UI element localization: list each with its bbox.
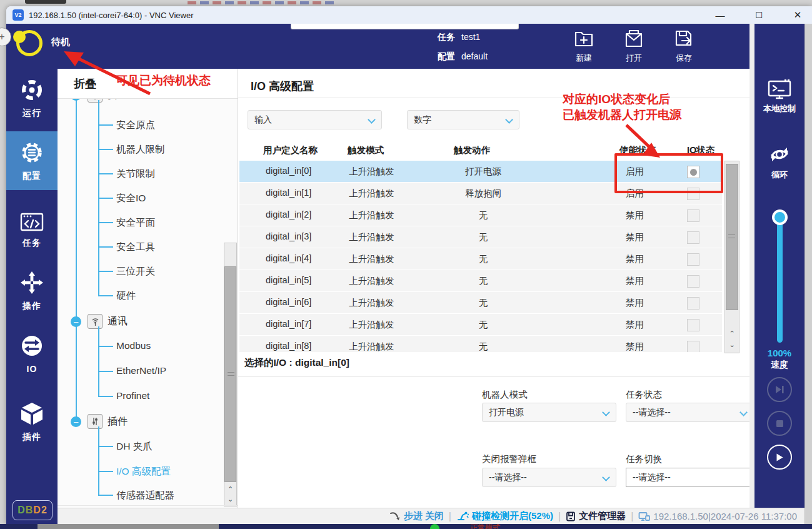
maximize-button[interactable]: ☐: [746, 8, 771, 23]
window-cut-edge: [804, 24, 812, 524]
minimize-button[interactable]: —: [708, 8, 733, 23]
step-mode-toggle[interactable]: 步进 关闭: [389, 510, 444, 522]
table-row[interactable]: digital_in[3]上升沿触发无禁用: [239, 226, 722, 248]
move-arrows-icon: [19, 270, 44, 298]
table-cell: digital_in[8]: [266, 341, 311, 351]
table-scrollbar[interactable]: ⌃ ⌄: [724, 161, 739, 353]
play-button[interactable]: [767, 445, 792, 470]
robot-status-label: 待机: [51, 36, 70, 48]
open-button[interactable]: 打开: [614, 29, 654, 65]
tree-item-modbus[interactable]: Modbus: [116, 340, 151, 351]
tree-item--[interactable]: 机器人限制: [116, 143, 165, 156]
table-cell: 禁用: [626, 341, 644, 352]
io-state-indicator[interactable]: [687, 341, 699, 352]
selected-io-label: 选择的I/O : digital_in[0]: [244, 356, 349, 370]
dbd2-badge[interactable]: DBD2: [13, 500, 53, 520]
vnc-toolbar-tab[interactable]: [291, 24, 519, 29]
sidebar-item-io[interactable]: IO: [6, 324, 58, 383]
robot-mode-select[interactable]: 打开电源: [482, 403, 616, 422]
right-sidebar: 本地控制 循环 100% 速度: [754, 24, 804, 508]
task-state-select[interactable]: --请选择--: [626, 403, 754, 422]
collapse-node-icon[interactable]: –: [71, 316, 81, 327]
table-cell: 无: [446, 275, 521, 287]
tree-item--[interactable]: 传感器适配器: [116, 489, 174, 502]
form-field-value: --请选择--: [633, 407, 671, 418]
dbd2-badge-letter: D: [33, 505, 41, 516]
new-button[interactable]: 新建: [564, 29, 604, 65]
table-cell: 上升沿触发: [349, 341, 394, 352]
skip-icon: [774, 385, 784, 394]
tree-scrollbar[interactable]: ⌃ ⌄: [224, 243, 237, 506]
chevron-down-icon: [368, 116, 376, 124]
table-row[interactable]: digital_in[2]上升沿触发无禁用: [239, 204, 722, 226]
tree-item--[interactable]: 三位开关: [116, 265, 155, 278]
speed-slider-thumb[interactable]: [772, 209, 788, 225]
io-state-indicator[interactable]: [687, 209, 699, 222]
local-control-button[interactable]: 本地控制: [754, 79, 804, 114]
tree-scrollbar-thumb[interactable]: [224, 266, 236, 482]
connection-info-icon: [638, 511, 653, 521]
tree-item--[interactable]: 关节限制: [116, 168, 155, 181]
table-cell: digital_in[0]: [266, 166, 311, 176]
tree-item--[interactable]: 硬件: [116, 290, 136, 303]
sidebar-item-run[interactable]: 运行: [6, 69, 58, 128]
table-cell: 禁用: [626, 275, 644, 287]
tree-item-i-o-[interactable]: I/O 高级配置: [116, 465, 171, 478]
titlebar[interactable]: V2 192.168.1.50 (intel-corei7-64:0) - VN…: [6, 6, 812, 24]
close-alarm-select[interactable]: --请选择--: [482, 468, 616, 487]
tree-scroll-up-icon[interactable]: ⌃: [224, 485, 236, 493]
io-state-indicator[interactable]: [687, 231, 699, 244]
io-direction-select[interactable]: 输入: [248, 110, 382, 129]
cycle-button[interactable]: 循环: [754, 143, 804, 181]
io-state-indicator[interactable]: [687, 297, 699, 310]
tree-item--[interactable]: 安全平面: [116, 216, 155, 229]
stop-icon: [776, 420, 784, 428]
tree-item--[interactable]: 安全工具: [116, 241, 155, 254]
table-scroll-up-icon[interactable]: ⌃: [725, 329, 739, 338]
toolbar-button-label: 保存: [676, 53, 692, 64]
annotation-arrow-standby: [63, 49, 156, 98]
table-row[interactable]: digital_in[5]上升沿触发无禁用: [239, 270, 722, 291]
file-manager[interactable]: 文件管理器: [566, 510, 626, 522]
table-row[interactable]: digital_in[7]上升沿触发无禁用: [239, 314, 722, 335]
close-button[interactable]: ✕: [785, 8, 810, 23]
gear-icon: [19, 140, 44, 168]
table-cell: 上升沿触发: [349, 231, 394, 243]
io-type-select[interactable]: 数字: [407, 110, 519, 129]
collision-detection[interactable]: 碰撞检测开启(52%): [456, 510, 553, 522]
skip-button[interactable]: [767, 377, 792, 402]
sidebar-item-config[interactable]: 配置: [6, 131, 58, 190]
table-cell: 禁用: [626, 209, 644, 221]
io-state-indicator[interactable]: [687, 319, 699, 331]
stop-button[interactable]: [767, 411, 792, 436]
task-switch-input[interactable]: --请选择--: [626, 468, 754, 487]
table-scroll-down-icon[interactable]: ⌄: [725, 340, 739, 349]
sidebar-item-label: 操作: [23, 301, 41, 312]
table-scrollbar-thumb[interactable]: [726, 164, 738, 310]
io-state-indicator[interactable]: [687, 275, 699, 288]
table-row[interactable]: digital_in[4]上升沿触发无禁用: [239, 248, 722, 270]
chevron-down-icon: [602, 473, 610, 481]
tree-scroll-down-icon[interactable]: ⌄: [224, 495, 236, 503]
tree-item-ethernet-ip[interactable]: EtherNet/IP: [116, 365, 166, 376]
save-button[interactable]: 保存: [664, 29, 704, 65]
table-row[interactable]: digital_in[8]上升沿触发无禁用: [239, 336, 722, 352]
table-cell: 释放抱闸: [446, 188, 521, 199]
speed-slider-track[interactable]: [777, 211, 783, 343]
io-state-indicator[interactable]: [687, 253, 699, 266]
cube-icon: [19, 402, 44, 428]
io-direction-value: 输入: [254, 114, 272, 126]
tree-item-dh-[interactable]: DH 夹爪: [116, 440, 153, 453]
sidebar-item-task[interactable]: 任务: [6, 200, 58, 259]
table-row[interactable]: digital_in[6]上升沿触发无禁用: [239, 292, 722, 313]
collapse-node-icon[interactable]: –: [71, 416, 81, 427]
sidebar-item-operate[interactable]: 操作: [6, 261, 58, 320]
tree-item--[interactable]: 安全原点: [116, 119, 155, 132]
sidebar-item-plugin[interactable]: 插件: [6, 393, 58, 451]
connection-info-label: 192.168.1.50|2024-07-26 11:37:00: [653, 511, 797, 521]
sidebar-item-label: 配置: [23, 171, 41, 182]
file-manager-label: 文件管理器: [579, 510, 626, 522]
tree-item-profinet[interactable]: Profinet: [116, 390, 149, 401]
annotation-arrow-io: [619, 123, 669, 160]
tree-item--io[interactable]: 安全IO: [116, 192, 146, 205]
